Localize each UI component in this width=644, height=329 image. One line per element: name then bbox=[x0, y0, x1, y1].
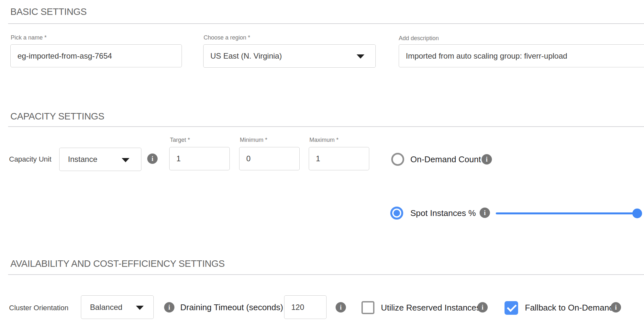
section-divider bbox=[8, 126, 644, 127]
minimum-field-label: Minimum * bbox=[240, 137, 267, 143]
fallback-to-on-demand-label: Fallback to On-Demand bbox=[525, 303, 614, 313]
chevron-down-icon bbox=[122, 158, 129, 162]
on-demand-count-radio-label: On-Demand Count bbox=[410, 154, 481, 164]
capacity-unit-label: Capacity Unit bbox=[9, 155, 51, 164]
settings-form: BASIC SETTINGS Pick a name * Choose a re… bbox=[0, 0, 644, 329]
name-field-label: Pick a name * bbox=[11, 34, 47, 41]
name-input[interactable] bbox=[10, 44, 182, 67]
section-divider bbox=[8, 23, 644, 24]
description-field-label: Add description bbox=[399, 35, 439, 42]
spot-instances-info-icon[interactable]: i bbox=[480, 208, 490, 218]
spot-instances-radio-label: Spot Instances % bbox=[410, 208, 476, 218]
region-field-label: Choose a region * bbox=[204, 34, 250, 41]
target-field-label: Target * bbox=[170, 137, 190, 143]
maximum-field-label: Maximum * bbox=[309, 137, 339, 143]
spot-instances-radio[interactable] bbox=[390, 207, 403, 220]
cluster-orientation-label: Cluster Orientation bbox=[9, 304, 68, 312]
description-input[interactable] bbox=[399, 44, 644, 67]
capacity-unit-dropdown[interactable]: Instance bbox=[59, 148, 141, 171]
basic-settings-title: BASIC SETTINGS bbox=[10, 6, 87, 17]
fallback-to-on-demand-checkbox[interactable] bbox=[505, 301, 518, 315]
capacity-unit-info-icon[interactable]: i bbox=[147, 153, 158, 164]
section-divider bbox=[8, 274, 644, 275]
region-dropdown-value: US East (N. Virginia) bbox=[210, 51, 282, 61]
on-demand-count-radio[interactable] bbox=[391, 153, 404, 166]
utilize-reserved-instances-info-icon[interactable]: i bbox=[477, 302, 488, 312]
utilize-reserved-instances-label: Utilize Reserved Instances bbox=[381, 303, 481, 313]
region-dropdown[interactable]: US East (N. Virginia) bbox=[203, 44, 376, 68]
fallback-to-on-demand-info-icon[interactable]: i bbox=[611, 302, 621, 312]
spot-percentage-slider-handle[interactable] bbox=[632, 209, 642, 218]
capacity-settings-title: CAPACITY SETTINGS bbox=[10, 111, 104, 122]
draining-timeout-info-icon[interactable]: i bbox=[336, 302, 346, 312]
on-demand-count-info-icon[interactable]: i bbox=[482, 154, 492, 164]
cluster-orientation-dropdown-value: Balanced bbox=[90, 303, 122, 312]
target-input[interactable] bbox=[169, 147, 230, 170]
minimum-input[interactable] bbox=[239, 147, 300, 170]
utilize-reserved-instances-checkbox[interactable] bbox=[361, 301, 374, 314]
spot-percentage-slider-track[interactable] bbox=[496, 212, 637, 214]
capacity-unit-dropdown-value: Instance bbox=[68, 155, 97, 164]
draining-timeout-input[interactable] bbox=[284, 295, 327, 319]
chevron-down-icon bbox=[357, 54, 364, 59]
maximum-input[interactable] bbox=[309, 147, 369, 170]
availability-settings-title: AVAILABILITY AND COST-EFFICIENCY SETTING… bbox=[10, 258, 225, 269]
cluster-orientation-info-icon[interactable]: i bbox=[164, 302, 174, 312]
chevron-down-icon bbox=[136, 306, 144, 310]
cluster-orientation-dropdown[interactable]: Balanced bbox=[81, 295, 154, 319]
draining-timeout-label: Draining Timeout (seconds) bbox=[180, 302, 283, 312]
